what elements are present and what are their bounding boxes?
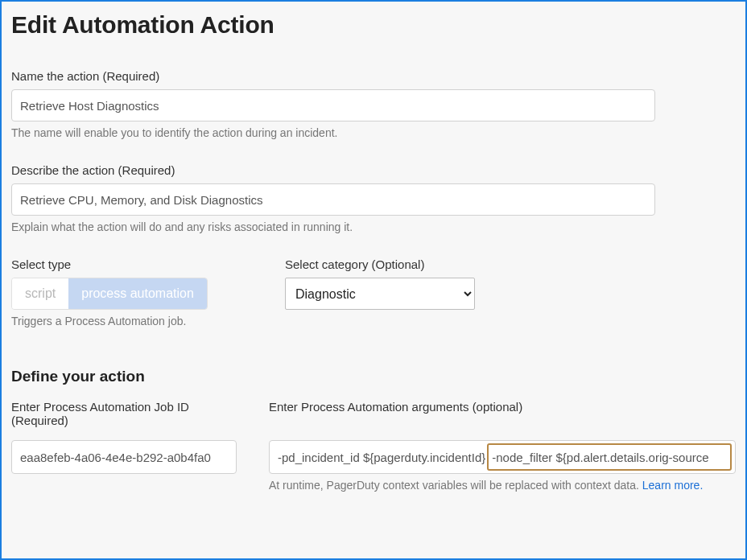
arguments-help-text: At runtime, PagerDuty context variables … xyxy=(269,479,642,492)
describe-action-label: Describe the action (Required) xyxy=(11,163,736,177)
category-select[interactable]: Diagnostic xyxy=(285,278,475,310)
page-title: Edit Automation Action xyxy=(11,11,736,39)
describe-action-block: Describe the action (Required) Explain w… xyxy=(11,163,736,233)
arguments-input[interactable]: -pd_incident_id ${pagerduty.incidentId} … xyxy=(269,440,736,474)
arguments-value-left: -pd_incident_id ${pagerduty.incidentId} xyxy=(278,451,485,464)
select-category-label: Select category (Optional) xyxy=(285,257,736,271)
name-action-input[interactable] xyxy=(11,89,655,121)
describe-action-input[interactable] xyxy=(11,183,655,216)
arguments-help: At runtime, PagerDuty context variables … xyxy=(269,479,736,492)
select-type-help: Triggers a Process Automation job. xyxy=(11,315,253,327)
name-action-help: The name will enable you to identify the… xyxy=(11,126,736,139)
describe-action-help: Explain what the action will do and any … xyxy=(11,220,736,233)
name-action-block: Name the action (Required) The name will… xyxy=(11,69,736,139)
define-action-heading: Define your action xyxy=(11,368,736,385)
type-toggle-group: script process automation xyxy=(11,278,208,310)
learn-more-link[interactable]: Learn more. xyxy=(642,479,703,492)
select-category-block: Select category (Optional) Diagnostic xyxy=(285,257,736,327)
arguments-block: Enter Process Automation arguments (opti… xyxy=(269,400,736,492)
select-type-label: Select type xyxy=(11,257,253,271)
type-toggle-process-automation[interactable]: process automation xyxy=(68,278,207,309)
arguments-label: Enter Process Automation arguments (opti… xyxy=(269,400,736,434)
type-toggle-script[interactable]: script xyxy=(12,278,68,309)
name-action-label: Name the action (Required) xyxy=(11,69,736,83)
arguments-value-highlight: -node_filter ${pd.alert.details.orig-sou… xyxy=(487,443,732,471)
job-id-input[interactable] xyxy=(11,440,237,474)
select-type-block: Select type script process automation Tr… xyxy=(11,257,253,327)
job-id-label: Enter Process Automation Job ID (Require… xyxy=(11,400,237,434)
job-id-block: Enter Process Automation Job ID (Require… xyxy=(11,400,237,492)
